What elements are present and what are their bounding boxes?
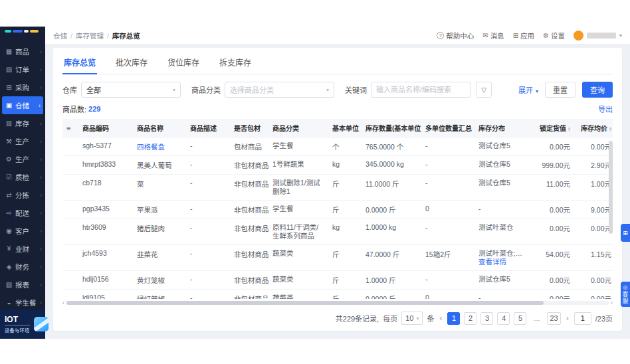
sort-icons[interactable]: ▴▾ [568, 126, 570, 132]
cell-stock-qty: 0.0000 斤 [362, 201, 421, 219]
sidebar-item-客户[interactable]: ◉客户› [0, 222, 45, 240]
view-details-link[interactable]: 查看详情 [478, 258, 529, 266]
cell-product-name: 苹果派 [133, 201, 186, 219]
page-jump-input[interactable] [574, 312, 591, 325]
column-header-settings[interactable]: ≡ [62, 119, 78, 137]
table-row: hmrpt3833黑美人葡萄-非包材商品1号鲜蔬果kg345.0000 kg-测… [62, 156, 613, 175]
inventory-overview-page: ▦商品›▤订单›⊞采购›▣仓储›▥库存›⚒生产›⚙生产›☑质检›⇄分拣›⇨配送›… [0, 0, 630, 364]
column-header-是否包材[interactable]: 是否包材 [230, 119, 268, 137]
column-settings-icon[interactable]: ≡ [66, 124, 70, 132]
content-body: 库存总览批次库存货位库存拆支库存 仓库 全部 ▾ 商品分类 选择商品分类 ▾ 关… [45, 45, 630, 339]
filter-funnel-button[interactable]: ▽ [476, 82, 492, 98]
tab-货位库存[interactable]: 货位库存 [166, 52, 201, 74]
scroll-right-icon[interactable]: › [611, 300, 613, 306]
sidebar-item-库存[interactable]: ▥库存› [0, 114, 45, 132]
user-menu[interactable]: ▾ [574, 31, 622, 41]
iot-title: IOT [5, 316, 30, 323]
category-label: 商品分类 [191, 84, 221, 95]
column-header-商品描述[interactable]: 商品描述 [186, 119, 230, 137]
filter-bar: 仓库 全部 ▾ 商品分类 选择商品分类 ▾ 关键词 ▽ [62, 82, 613, 98]
sidebar-item-学生餐[interactable]: ◒学生餐› [0, 294, 45, 310]
tab-拆支库存[interactable]: 拆支库存 [218, 52, 253, 74]
sidebar-item-订单[interactable]: ▤订单› [0, 60, 45, 78]
warehouse-select[interactable]: 全部 ▾ [81, 82, 181, 98]
column-header-库存分布[interactable]: 库存分布 [474, 119, 533, 137]
row-leading-cell [62, 175, 78, 201]
column-header-库存均价[interactable]: 库存均价▴▾ [574, 119, 613, 137]
sidebar-item-报表[interactable]: ▧报表› [0, 276, 45, 294]
sidebar-item-配送[interactable]: ⇨配送› [0, 204, 45, 222]
column-header-商品分类[interactable]: 商品分类 [268, 119, 328, 137]
column-header-锁定货值[interactable]: 锁定货值▴▾ [533, 119, 574, 137]
inventory-icon: ▥ [5, 120, 13, 127]
breadcrumb-item[interactable]: 库存总览 [112, 32, 140, 40]
vertical-scrollbar[interactable] [609, 136, 613, 299]
sidebar-item-业财[interactable]: ¥业财› [0, 240, 45, 258]
sidebar-item-商品[interactable]: ▦商品› [0, 43, 45, 60]
sidebar-item-label: 仓储 [15, 100, 29, 110]
sidebar-item-生产[interactable]: ⚒生产› [0, 132, 45, 150]
breadcrumb-item[interactable]: 仓储 [53, 32, 67, 40]
keyword-input[interactable] [371, 82, 471, 98]
horizontal-scrollbar[interactable]: ‹ › [62, 300, 613, 306]
iot-brand[interactable]: IOT 设备与环境 [0, 310, 45, 339]
sidebar-item-采购[interactable]: ⊞采购› [0, 78, 45, 96]
horizontal-scroll-thumb[interactable] [66, 301, 544, 305]
page-button[interactable]: 4 [497, 312, 510, 325]
search-button[interactable]: 查询 [582, 82, 613, 98]
topbar-action-应用[interactable]: ⊞应用 [513, 31, 534, 41]
column-header-基本单位[interactable]: 基本单位 [328, 119, 362, 137]
iot-logo-icon [34, 317, 49, 331]
page-button[interactable]: 5 [514, 312, 526, 325]
column-header-商品名称[interactable]: 商品名称 [133, 119, 186, 137]
reset-button[interactable]: 重置 [545, 82, 576, 98]
product-name-link[interactable]: 四格餐盒 [137, 143, 165, 151]
per-page-prefix: 每页 [383, 313, 397, 323]
cell-product-name: 菜 [133, 175, 186, 201]
tab-库存总览[interactable]: 库存总览 [62, 52, 97, 74]
sidebar-item-生产[interactable]: ⚙生产› [0, 150, 45, 168]
export-link[interactable]: 导出 [598, 104, 613, 114]
column-header-库存数量(基本单位)[interactable]: 库存数量(基本单位) [362, 119, 421, 137]
page-ellipsis: ... [530, 312, 543, 325]
per-page-select[interactable]: 10 ▾ [401, 312, 423, 325]
sidebar-item-分拣[interactable]: ⇄分拣› [0, 186, 45, 204]
row-leading-cell [62, 156, 78, 175]
page-button[interactable]: 23 [547, 312, 560, 325]
prev-page-icon[interactable]: ‹ [438, 314, 443, 323]
cell-category: 原料11/干调类/生鲜系列商品 [268, 219, 328, 245]
cell-category: 蔬菜类 [268, 245, 328, 271]
sidebar-item-仓储[interactable]: ▣仓储› [2, 96, 43, 114]
sidebar-item-财务[interactable]: ◈财务› [0, 258, 45, 276]
expand-toggle[interactable]: 展开▾ [518, 84, 538, 95]
pagination: 共229条记录, 每页 10 ▾ 条 ‹ 12345...23 › /23页 [62, 306, 613, 327]
scroll-left-icon[interactable]: ‹ [62, 300, 64, 306]
column-header-多单位数量汇总[interactable]: 多单位数量汇总 [421, 119, 474, 137]
page-button[interactable]: 3 [480, 312, 493, 325]
horizontal-scroll-track[interactable] [66, 301, 609, 305]
vertical-scroll-thumb[interactable] [609, 141, 613, 234]
chevron-right-icon: › [40, 264, 42, 270]
next-page-icon[interactable]: › [565, 314, 570, 323]
row-leading-cell [62, 219, 78, 245]
cell-product-code: hdlj0156 [78, 271, 133, 290]
cell-base-unit: 斤 [328, 175, 362, 201]
category-select[interactable]: 选择商品分类 ▾ [225, 82, 334, 98]
customer-service-label: 客服 [621, 291, 630, 304]
sidebar-item-质检[interactable]: ☑质检› [0, 168, 45, 186]
sort-icons[interactable]: ▴▾ [609, 126, 611, 132]
table-row: htr3609猪后腿肉-非包材商品原料11/干调类/生鲜系列商品kg1.0000… [62, 219, 613, 245]
float-tasks-button[interactable]: ⊞ [621, 224, 630, 242]
table-row: pgp3435苹果派-非包材商品学生餐斤0.0000 斤0-0.00元9.00元 [62, 201, 613, 219]
topbar-action-帮助中心[interactable]: ?帮助中心 [437, 31, 474, 41]
topbar-action-消息[interactable]: ✉消息 [482, 31, 504, 41]
breadcrumb-item[interactable]: 库存管理 [76, 32, 104, 40]
page-button[interactable]: 2 [464, 312, 476, 325]
tab-批次库存[interactable]: 批次库存 [114, 52, 149, 74]
chevron-right-icon: › [40, 210, 42, 217]
page-button[interactable]: 1 [447, 312, 460, 325]
topbar-action-设置[interactable]: ⚙设置 [543, 31, 565, 41]
column-header-商品编码[interactable]: 商品编码 [78, 119, 133, 137]
customer-service-button[interactable]: ◎ 客服 [621, 282, 630, 307]
product-name: 黄灯笼椒 [137, 276, 165, 284]
